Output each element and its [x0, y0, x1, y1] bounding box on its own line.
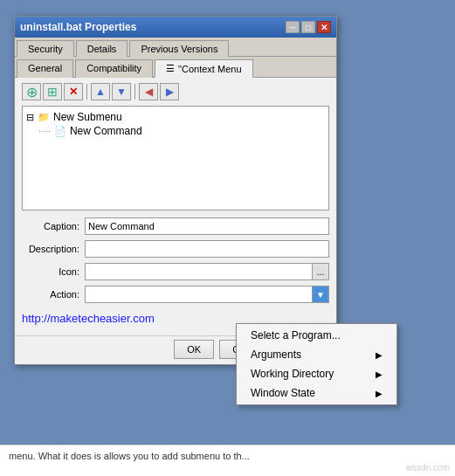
description-label: Description:: [22, 244, 85, 254]
close-button[interactable]: ✕: [317, 21, 331, 33]
tab-content: ⊕ ⊞ ✕ ▲ ▼ ◀ ▶ ⊟: [15, 78, 336, 335]
window-title: uninstall.bat Properties: [20, 21, 136, 33]
arrow-up-icon: ▲: [95, 86, 106, 98]
tab-previous-versions[interactable]: Previous Versions: [129, 40, 229, 57]
tree-expand-icon: ⊟: [26, 112, 34, 123]
submenu-arrow-icon: ▶: [376, 350, 383, 360]
context-menu-item-label-program: Seletc a Program...: [251, 329, 341, 341]
tab-general[interactable]: General: [17, 59, 73, 78]
arrow-right-icon: ▶: [166, 86, 174, 98]
caption-label: Caption:: [22, 221, 85, 231]
context-menu-icon: ☰: [166, 63, 175, 74]
icon-browse-button[interactable]: ...: [312, 263, 329, 280]
add-submenu-icon: ⊕: [26, 84, 38, 100]
tab-security[interactable]: Security: [17, 40, 74, 57]
context-menu-item-program[interactable]: Seletc a Program...: [237, 326, 396, 345]
action-input[interactable]: [85, 286, 312, 303]
submenu-arrow-icon2: ▶: [376, 369, 383, 379]
context-menu-item-window-state[interactable]: Window State ▶: [237, 383, 396, 403]
icon-field-group: ...: [85, 263, 329, 280]
context-menu-item-working-dir[interactable]: Working Directory ▶: [237, 364, 396, 383]
toolbar-separator2: [134, 84, 135, 100]
submenu-arrow-icon3: ▶: [376, 389, 383, 398]
tree-dot-icon: ·····: [38, 127, 51, 136]
tab-context-menu[interactable]: ☰ "Context Menu: [155, 59, 252, 78]
add-submenu-button[interactable]: ⊕: [22, 83, 41, 100]
tree-item-submenu[interactable]: ⊟ 📁 New Submenu: [26, 110, 325, 124]
arrow-left-icon: ◀: [145, 86, 153, 98]
add-command-icon: ⊞: [47, 85, 58, 99]
dropdown-arrow-icon: ▼: [316, 290, 325, 300]
watermark: wsxdn.com: [406, 463, 450, 473]
article-text: menu. What it does is allows you to add …: [0, 445, 455, 476]
context-menu-item-label-window-state: Window State: [251, 387, 315, 399]
toolbar: ⊕ ⊞ ✕ ▲ ▼ ◀ ▶: [22, 83, 329, 100]
tree-item-command[interactable]: ····· 📄 New Command: [38, 124, 325, 138]
tree-folder-icon: 📁: [38, 112, 50, 123]
action-field-group: ▼: [85, 286, 329, 303]
tree-command-icon: 📄: [54, 126, 66, 137]
icon-label: Icon:: [22, 266, 85, 277]
caption-input[interactable]: [85, 217, 329, 235]
tab-compatibility[interactable]: Compatibility: [75, 59, 153, 78]
description-input[interactable]: [85, 240, 329, 258]
toolbar-separator: [86, 84, 87, 100]
context-menu-item-arguments[interactable]: Arguments ▶: [237, 345, 396, 364]
tab-details[interactable]: Details: [76, 40, 128, 57]
tree-view[interactable]: ⊟ 📁 New Submenu ····· 📄 New Command: [22, 106, 329, 210]
context-menu-item-label-arguments: Arguments: [251, 348, 301, 361]
move-down-button[interactable]: ▼: [112, 83, 131, 100]
delete-icon: ✕: [69, 86, 78, 98]
titlebar-controls: ─ □ ✕: [286, 21, 331, 33]
description-row: Description:: [22, 240, 329, 258]
action-row: Action: ▼: [22, 286, 329, 303]
ok-button[interactable]: OK: [174, 340, 214, 359]
tabs-row2: General Compatibility ☰ "Context Menu: [15, 57, 336, 78]
context-menu-item-label-working-dir: Working Directory: [251, 368, 334, 380]
tree-item-label: New Submenu: [53, 111, 122, 123]
move-right-button[interactable]: ▶: [160, 83, 179, 100]
caption-row: Caption:: [22, 217, 329, 235]
article-content: menu. What it does is allows you to add …: [9, 451, 250, 461]
minimize-button[interactable]: ─: [286, 21, 300, 33]
action-label: Action:: [22, 289, 85, 300]
delete-button[interactable]: ✕: [64, 83, 83, 100]
move-left-button[interactable]: ◀: [139, 83, 158, 100]
titlebar: uninstall.bat Properties ─ □ ✕: [15, 17, 336, 38]
tree-command-label: New Command: [70, 125, 142, 137]
action-dropdown-button[interactable]: ▼: [312, 286, 329, 303]
maximize-button[interactable]: □: [301, 21, 315, 33]
dialog-window: uninstall.bat Properties ─ □ ✕ Security …: [14, 16, 337, 365]
add-command-button[interactable]: ⊞: [43, 83, 62, 100]
context-menu: Seletc a Program... Arguments ▶ Working …: [236, 323, 397, 405]
icon-row: Icon: ...: [22, 263, 329, 280]
move-up-button[interactable]: ▲: [91, 83, 110, 100]
arrow-down-icon: ▼: [116, 86, 127, 98]
icon-input[interactable]: [85, 263, 312, 280]
tabs-row1: Security Details Previous Versions: [15, 38, 336, 57]
